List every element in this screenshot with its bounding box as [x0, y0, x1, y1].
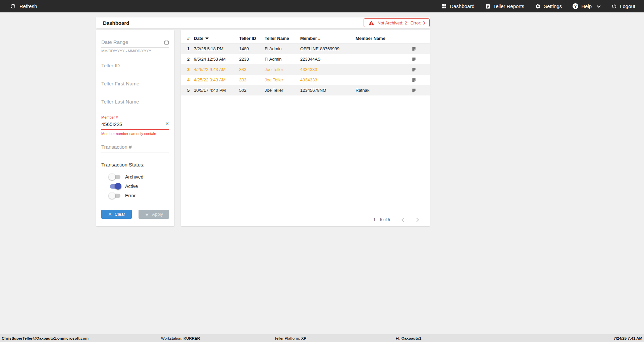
archived-toggle-label: Archived: [125, 174, 143, 180]
table-header: # Date Teller ID Teller Name Member # Me…: [181, 33, 430, 44]
table-cell: 2: [187, 57, 194, 62]
pagination: 1 – 5 of 5: [373, 217, 420, 222]
note-icon[interactable]: [412, 47, 416, 51]
table-cell: 2233: [239, 57, 265, 62]
nav-logout[interactable]: Logout: [611, 3, 635, 9]
apply-button[interactable]: Apply: [139, 210, 169, 219]
table-row[interactable]: 44/25/22 9:43 AM333Joe Teller4334333: [181, 75, 430, 85]
col-teller-name: Teller Name: [265, 36, 300, 41]
note-icon[interactable]: [412, 88, 416, 93]
table-cell: 333: [239, 67, 265, 72]
teller-last-name-input[interactable]: [101, 97, 169, 107]
teller-id-input[interactable]: [101, 61, 169, 71]
table-cell: 7/2/25 5:18 PM: [194, 46, 239, 51]
table-cell: 4/25/22 9:43 AM: [194, 67, 239, 72]
nav-dashboard-label: Dashboard: [450, 3, 474, 9]
filter-icon: [145, 212, 149, 216]
toggle-active[interactable]: Active: [110, 182, 169, 191]
table-cell: Joe Teller: [265, 77, 300, 82]
apply-button-label: Apply: [152, 212, 163, 217]
table-cell: Joe Teller: [265, 88, 300, 93]
pagination-range: 1 – 5 of 5: [373, 217, 390, 222]
table-row[interactable]: 34/25/22 9:43 AM333Joe Teller4334333: [181, 64, 430, 75]
table-cell: Fi Admin: [265, 46, 300, 51]
nav-teller-reports-label: Teller Reports: [493, 3, 525, 9]
member-number-label: Member #: [101, 115, 169, 119]
active-toggle-switch[interactable]: [110, 184, 120, 189]
error-toggle-label: Error: [125, 193, 136, 198]
calendar-icon[interactable]: [164, 40, 169, 46]
col-member-name: Member Name: [356, 36, 406, 41]
teller-last-name-field: [101, 97, 169, 107]
col-member-number: Member #: [300, 36, 356, 41]
filter-panel: MM/DD/YYYY - MM/DD/YYYY Member # ✕ Membe…: [96, 30, 174, 226]
page-prev-icon[interactable]: [400, 218, 405, 222]
alert-badge[interactable]: Not Archived: 2 Error: 3: [364, 18, 430, 27]
table-cell: Ratnak: [356, 88, 406, 93]
fi-value: Qaxpauto1: [401, 336, 421, 340]
table-cell: 9/5/24 12:53 AM: [194, 57, 239, 62]
nav-dashboard[interactable]: Dashboard: [441, 3, 474, 9]
active-toggle-label: Active: [125, 184, 138, 189]
topbar: Refresh Dashboard Teller Reports Setting…: [0, 0, 644, 12]
nav-teller-reports[interactable]: Teller Reports: [485, 3, 525, 9]
col-date-label: Date: [194, 36, 203, 41]
table-cell: OFFLINE-88769999: [300, 46, 356, 51]
table-cell: 10/5/17 4:40 PM: [194, 88, 239, 93]
table-cell: 12345678NO: [300, 88, 356, 93]
member-number-field: Member # ✕ Member number can only contai…: [101, 115, 169, 136]
platform-value: XP: [301, 336, 306, 340]
note-icon[interactable]: [412, 78, 416, 82]
table-cell: 4334333: [300, 67, 356, 72]
clear-member-icon[interactable]: ✕: [165, 121, 169, 126]
table-cell: 3: [187, 67, 194, 72]
workstation-value: KURRER: [183, 336, 200, 340]
transaction-number-input[interactable]: [101, 142, 169, 152]
member-number-input[interactable]: [101, 120, 169, 130]
table-cell: 502: [239, 88, 265, 93]
teller-id-field: [101, 61, 169, 71]
page-next-icon[interactable]: [415, 218, 420, 222]
teller-first-name-input[interactable]: [101, 79, 169, 89]
refresh-button[interactable]: Refresh: [0, 3, 37, 9]
page-title: Dashboard: [96, 20, 129, 26]
settings-icon: [535, 3, 541, 9]
footer-platform: Teller Platform: XP: [274, 336, 306, 340]
date-range-input[interactable]: [101, 38, 169, 48]
table-cell: 223344AS: [300, 57, 356, 62]
col-teller-id: Teller ID: [239, 36, 265, 41]
col-date[interactable]: Date: [194, 36, 239, 41]
alert-not-archived: Not Archived: 2: [378, 20, 407, 25]
clear-button[interactable]: ✕ Clear: [101, 210, 132, 219]
platform-label: Teller Platform:: [274, 336, 300, 340]
transaction-status-label: Transaction Status:: [101, 162, 169, 167]
table-cell: 1: [187, 46, 194, 51]
table-cell: 333: [239, 77, 265, 82]
nav-settings-label: Settings: [544, 3, 562, 9]
table-row[interactable]: 510/5/17 4:40 PM502Joe Teller12345678NOR…: [181, 85, 430, 95]
chevron-down-icon: [597, 5, 601, 8]
page-header: Dashboard Not Archived: 2 Error: 3: [96, 17, 430, 28]
dashboard-icon: [441, 4, 447, 9]
transaction-status-block: Transaction Status: Archived Active Erro…: [101, 162, 169, 200]
table-cell: Fi Admin: [265, 57, 300, 62]
toggle-archived[interactable]: Archived: [110, 172, 169, 182]
archived-toggle-switch[interactable]: [110, 175, 120, 179]
toggle-error[interactable]: Error: [110, 191, 169, 200]
nav-help[interactable]: ? Help: [573, 3, 601, 9]
alert-error: Error: 3: [411, 20, 425, 25]
filter-buttons: ✕ Clear Apply: [101, 210, 169, 219]
nav-settings[interactable]: Settings: [535, 3, 562, 9]
clear-x-icon: ✕: [108, 212, 112, 217]
table-cell: Joe Teller: [265, 67, 300, 72]
table-row[interactable]: 17/2/25 5:18 PM1489Fi AdminOFFLINE-88769…: [181, 44, 430, 54]
fi-label: FI:: [396, 336, 400, 340]
note-icon[interactable]: [412, 57, 416, 62]
table-row[interactable]: 29/5/24 12:53 AM2233Fi Admin223344AS: [181, 54, 430, 64]
date-range-hint: MM/DD/YYYY - MM/DD/YYYY: [101, 49, 169, 53]
table-cell: 4334333: [300, 77, 356, 82]
error-toggle-switch[interactable]: [110, 194, 120, 198]
table-cell: 4: [187, 77, 194, 82]
table-body: 17/2/25 5:18 PM1489Fi AdminOFFLINE-88769…: [181, 44, 430, 95]
note-icon[interactable]: [412, 67, 416, 72]
